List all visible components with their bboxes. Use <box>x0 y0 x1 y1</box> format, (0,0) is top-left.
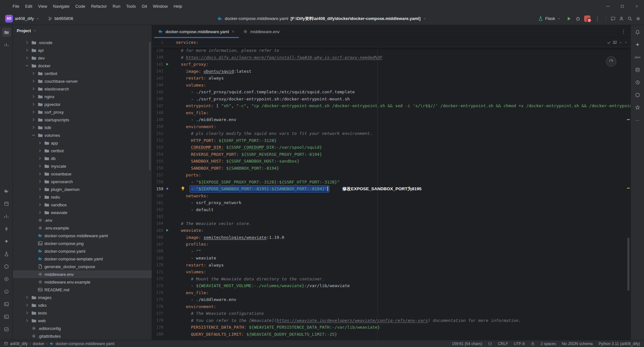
code-text[interactable]: - weaviate <box>176 255 630 262</box>
tab-options-button[interactable]: ⋮ <box>621 25 630 38</box>
sync-button[interactable] <box>606 56 616 67</box>
menu-edit[interactable]: Edit <box>22 2 35 10</box>
editor-line[interactable]: 162 - default <box>152 206 630 213</box>
code-text[interactable]: # https://docs.dify.ai/learn-more/faq/in… <box>176 54 630 61</box>
settings-button[interactable] <box>636 16 641 21</box>
editor-line[interactable]: 172 # Mount the Weaviate data directory … <box>152 276 630 283</box>
code-text[interactable]: QUERY_DEFAULTS_LIMIT: ${WEAVIATE_QUERY_D… <box>176 331 630 338</box>
tree-item[interactable]: certbot <box>13 70 152 77</box>
tree-item[interactable]: dev <box>13 54 152 62</box>
running-processes-button[interactable]: 2 <box>584 15 591 22</box>
inspections-widget[interactable]: 32 <box>607 39 628 46</box>
editor-line[interactable]: 171 volumes: <box>152 268 630 276</box>
tool-pytest-button[interactable] <box>2 249 11 258</box>
minimize-button[interactable] <box>601 0 615 12</box>
maximize-button[interactable] <box>615 0 630 12</box>
editor-line[interactable]: 149 - ./middleware.env <box>152 116 630 123</box>
tree-item[interactable]: sandbox <box>13 201 152 209</box>
tool-build-tool-button[interactable] <box>633 90 642 99</box>
code-text[interactable]: # pls clearly modify the squid env vars … <box>176 130 630 137</box>
tree-item[interactable]: docker-compose.yaml <box>13 247 152 255</box>
tree-item[interactable]: certbot <box>13 147 152 155</box>
chevron-right-icon[interactable] <box>31 86 36 91</box>
chevron-right-icon[interactable] <box>31 109 36 115</box>
editor-line[interactable]: 155 SANDBOX_HOST: ${SSRF_SANDBOX_HOST:-s… <box>152 158 630 165</box>
status-segment[interactable]: UTF-8 <box>514 342 525 346</box>
tool-ai-assistant-button[interactable] <box>633 40 642 49</box>
menu-view[interactable]: View <box>35 2 50 10</box>
chevron-right-icon[interactable] <box>37 179 43 184</box>
code-text[interactable]: profiles: <box>176 241 630 248</box>
editor-line[interactable]: 152 HTTP_PORT: ${SSRF_HTTP_PORT:-3128} <box>152 137 630 144</box>
code-text[interactable]: # Mount the Weaviate data directory to t… <box>176 276 630 283</box>
project-panel-header[interactable]: Project <box>13 25 152 36</box>
menu-tools[interactable]: Tools <box>123 2 139 10</box>
run-button[interactable] <box>566 16 572 22</box>
chevron-right-icon[interactable] <box>31 117 36 122</box>
editor-line[interactable]: 164 # The Weaviate vector store. <box>152 220 630 227</box>
editor-line[interactable]: 151 # pls clearly modify the squid env v… <box>152 130 630 137</box>
editor-line[interactable]: 161 - ssrf_proxy_network <box>152 199 630 206</box>
run-configuration-selector[interactable]: Flask <box>536 15 563 23</box>
editor-line[interactable]: 142 image: ubuntu/squid:latest <box>152 68 630 75</box>
chevron-right-icon[interactable] <box>37 156 43 161</box>
chevron-right-icon[interactable] <box>24 48 30 53</box>
tree-item[interactable]: api <box>13 46 152 54</box>
chevron-right-icon[interactable] <box>37 164 43 169</box>
tool-structure-button[interactable] <box>2 40 11 49</box>
code-text[interactable]: weaviate: <box>176 227 630 234</box>
code-text[interactable]: environment: <box>176 303 630 310</box>
chevron-right-icon[interactable] <box>24 40 30 45</box>
tool-services-button[interactable] <box>2 275 11 284</box>
editor-line[interactable]: 166 image: semitechnologies/weaviate:1.1… <box>152 234 630 241</box>
editor-line[interactable]: 167 profiles: <box>152 241 630 248</box>
tool-pull-requests-button[interactable] <box>2 224 11 233</box>
editor-line[interactable]: 175 - ./middleware.env <box>152 296 630 303</box>
editor-scrollbar[interactable] <box>627 238 630 291</box>
tree-item[interactable]: myscale <box>13 162 152 170</box>
tree-item[interactable]: .env <box>13 216 152 224</box>
editor-line[interactable]: 173 - ${WEAVIATE_HOST_VOLUME:-./volumes/… <box>152 282 630 289</box>
chevron-right-icon[interactable] <box>24 55 30 61</box>
code-text[interactable]: SANDBOX_HOST: ${SSRF_SANDBOX_HOST:-sandb… <box>176 158 630 165</box>
status-segment[interactable]: {} <box>488 342 492 346</box>
ai-chat-button[interactable] <box>611 16 616 21</box>
tree-item[interactable]: docker-compose.middleware.yaml <box>13 232 152 239</box>
file-switcher[interactable]: docker-compose.middleware.yaml [F:\Dify资… <box>217 16 427 22</box>
tool-bookmarks-button[interactable] <box>2 212 11 221</box>
editor-lines[interactable]: 139 # for more information, please refer… <box>152 47 630 340</box>
code-text[interactable]: - ./ssrf_proxy/docker-entrypoint.sh:/doc… <box>176 96 630 103</box>
tool-terminal-button[interactable] <box>2 300 11 309</box>
tool-learn-button[interactable] <box>633 103 642 112</box>
editor-line[interactable]: 156 SANDBOX_PORT: ${SANDBOX_PORT:-8194} <box>152 165 630 172</box>
tool-json-tool-button[interactable]: Json <box>633 53 642 62</box>
tree-item[interactable]: README.md <box>13 286 152 294</box>
tool-docker-tool-button[interactable] <box>2 187 11 196</box>
chevron-right-icon[interactable] <box>37 140 43 145</box>
chevron-right-icon[interactable] <box>37 187 43 192</box>
tree-item[interactable]: volumes <box>13 131 152 139</box>
editor-line[interactable]: 157 ports: <box>152 172 630 179</box>
tree-item[interactable]: tidb <box>13 124 152 131</box>
code-text[interactable]: entrypoint: [ "sh", "-c", "cp /docker-en… <box>176 102 630 109</box>
code-text[interactable]: # for more information, please refer to <box>176 47 630 54</box>
chevron-right-icon[interactable] <box>31 79 36 84</box>
code-text[interactable]: ssrf_proxy: <box>176 61 630 68</box>
tool-todo-button[interactable] <box>2 325 11 334</box>
tree-item[interactable]: weaviate <box>13 209 152 216</box>
editor-line[interactable]: 158 - "${EXPOSE_SSRF_PROXY_PORT:-3128}:$… <box>152 179 630 186</box>
editor-line[interactable]: 159- "${EXPOSE_SANDBOX_PORT:-8195}:${SAN… <box>152 185 630 192</box>
code-with-me-button[interactable] <box>619 16 624 21</box>
editor-line[interactable]: 180 QUERY_DEFAULTS_LIMIT: ${WEAVIATE_QUE… <box>152 331 630 338</box>
breadcrumb-item[interactable]: docker-compose.middleware.yaml <box>50 342 114 346</box>
inline-edit-selection-box[interactable]: - "${EXPOSE_SANDBOX_PORT:-8195}:${SANDBO… <box>190 185 329 192</box>
tree-item[interactable]: ssrf_proxy <box>13 108 152 116</box>
chevron-right-icon[interactable] <box>24 318 30 323</box>
code-text[interactable]: REVERSE_PROXY_PORT: ${SSRF_REVERSE_PROXY… <box>176 151 630 158</box>
tree-item[interactable]: plugin_daemon <box>13 185 152 193</box>
menu-navigate[interactable]: Navigate <box>50 2 72 10</box>
status-segment[interactable]: 159:61 (54 chars) <box>452 342 482 346</box>
editor-line[interactable]: 153 COREDUMP_DIR: ${SSRF_COREDUMP_DIR:-/… <box>152 144 630 151</box>
status-segment[interactable] <box>531 342 535 346</box>
tool-database-button[interactable] <box>633 65 642 74</box>
